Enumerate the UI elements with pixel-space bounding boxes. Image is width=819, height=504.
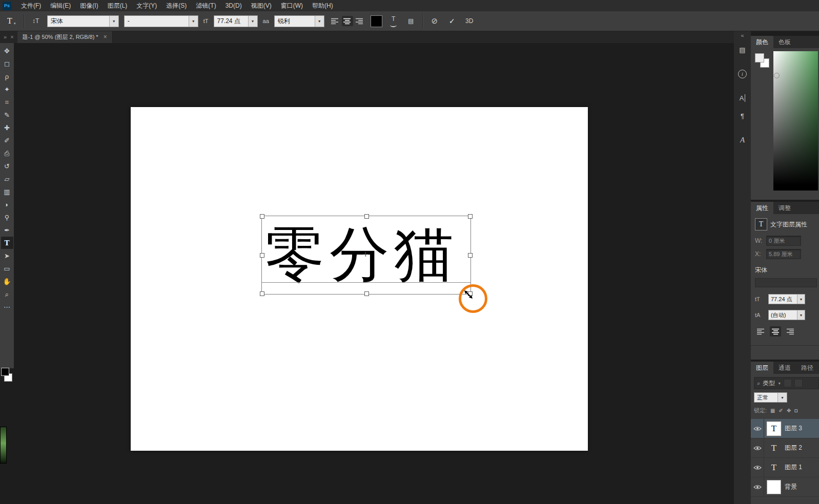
filter-button[interactable] bbox=[794, 379, 803, 387]
menu-filter[interactable]: 滤镜(T) bbox=[191, 0, 220, 11]
tool-pen[interactable]: ✒ bbox=[1, 224, 13, 236]
dropdown-arrow-icon[interactable]: ▼ bbox=[797, 310, 805, 320]
3d-button[interactable]: 3D bbox=[463, 14, 476, 28]
layer-thumbnail[interactable]: T bbox=[767, 461, 781, 474]
paragraph-panel-icon[interactable]: ¶ bbox=[736, 109, 749, 122]
leading-select[interactable]: (自动) ▼ bbox=[768, 310, 805, 320]
tool-type[interactable]: T bbox=[1, 237, 13, 249]
tool-quick-selection[interactable]: ✦ bbox=[1, 83, 13, 95]
transform-handle-top-right[interactable] bbox=[468, 214, 473, 219]
transform-handle-top-middle[interactable] bbox=[364, 214, 369, 219]
document-tab[interactable]: 题-1 @ 50% (图层 2, RGB/8) * × bbox=[17, 31, 113, 43]
expand-panels-icon[interactable]: « bbox=[741, 32, 744, 39]
tool-path-selection[interactable]: ➤ bbox=[1, 249, 13, 262]
tool-shape[interactable]: ▭ bbox=[1, 262, 13, 275]
lock-pixels-icon[interactable]: ✐ bbox=[779, 408, 783, 413]
tool-lasso[interactable]: ρ bbox=[1, 70, 13, 82]
font-style-field[interactable] bbox=[755, 278, 817, 287]
font-style-select[interactable]: - ▼ bbox=[124, 15, 198, 27]
tool-move[interactable]: ✥ bbox=[1, 45, 13, 57]
tab-layers[interactable]: 图层 bbox=[751, 362, 773, 374]
dropdown-arrow-icon[interactable]: ▼ bbox=[189, 16, 198, 27]
tab-paths[interactable]: 路径 bbox=[796, 362, 818, 374]
align-center-button[interactable] bbox=[770, 326, 781, 337]
transform-handle-bottom-left[interactable] bbox=[260, 291, 264, 296]
tab-properties[interactable]: 属性 bbox=[751, 202, 773, 214]
tool-dodge[interactable]: ⚲ bbox=[1, 211, 13, 223]
layer-thumbnail[interactable]: T bbox=[767, 442, 781, 455]
properties-font-size-select[interactable]: 77.24 点 ▼ bbox=[768, 294, 805, 304]
menu-image[interactable]: 图像(I) bbox=[75, 0, 103, 11]
toggle-panels-button[interactable]: ▤ bbox=[405, 14, 417, 28]
close-document-icon[interactable]: × bbox=[104, 33, 107, 40]
menu-select[interactable]: 选择(S) bbox=[161, 0, 191, 11]
layer-row[interactable]: T 图层 1 bbox=[751, 458, 819, 477]
character-panel-icon[interactable]: A bbox=[736, 91, 749, 104]
layer-row[interactable]: 背景 bbox=[751, 477, 819, 497]
lock-transparent-icon[interactable]: ▦ bbox=[770, 408, 775, 413]
commit-edits-button[interactable]: ✓ bbox=[446, 14, 458, 28]
transform-handle-middle-right[interactable] bbox=[468, 253, 473, 258]
warp-text-button[interactable]: T bbox=[387, 14, 400, 28]
dropdown-arrow-icon[interactable]: ▼ bbox=[777, 382, 781, 385]
tool-hand[interactable]: ✋ bbox=[1, 275, 13, 287]
canvas-text[interactable]: 零分猫 bbox=[265, 216, 459, 293]
color-picker-field[interactable] bbox=[773, 51, 818, 191]
menu-type[interactable]: 文字(Y) bbox=[132, 0, 161, 11]
tab-color[interactable]: 颜色 bbox=[751, 36, 773, 48]
foreground-background-colors[interactable] bbox=[1, 368, 13, 382]
tool-preset-picker[interactable]: T ▼ bbox=[5, 16, 18, 26]
tab-close-icon[interactable]: × bbox=[10, 34, 13, 40]
menu-layer[interactable]: 图层(L) bbox=[103, 0, 132, 11]
menu-view[interactable]: 视图(V) bbox=[247, 0, 276, 11]
layer-thumbnail[interactable]: T bbox=[767, 422, 781, 435]
font-size-select[interactable]: 77.24 点 ▼ bbox=[214, 15, 258, 27]
info-panel-icon[interactable]: i bbox=[736, 67, 749, 80]
menu-window[interactable]: 窗口(W) bbox=[276, 0, 308, 11]
visibility-toggle[interactable] bbox=[751, 419, 764, 438]
tab-swatches[interactable]: 色板 bbox=[773, 36, 796, 48]
tool-zoom[interactable]: ⌕ bbox=[1, 288, 13, 300]
tool-healing-brush[interactable]: ✚ bbox=[1, 121, 13, 134]
menu-edit[interactable]: 编辑(E) bbox=[46, 0, 75, 11]
dropdown-arrow-icon[interactable]: ▼ bbox=[109, 16, 118, 27]
blend-mode-select[interactable]: 正常 ▼ bbox=[754, 392, 787, 403]
foreground-color-swatch[interactable] bbox=[1, 368, 9, 376]
width-field[interactable]: 0 厘米 bbox=[766, 236, 801, 246]
tool-eraser[interactable]: ▱ bbox=[1, 173, 13, 185]
tab-adjustments[interactable]: 调整 bbox=[773, 202, 796, 214]
dropdown-arrow-icon[interactable]: ▼ bbox=[797, 295, 805, 304]
glyphs-panel-icon[interactable]: A bbox=[736, 133, 749, 146]
visibility-toggle[interactable] bbox=[751, 458, 764, 477]
layer-filter-row[interactable]: ⌕ 类型 ▼ bbox=[754, 377, 819, 389]
panel-color-swatches[interactable] bbox=[755, 53, 769, 68]
visibility-toggle[interactable] bbox=[751, 438, 764, 457]
layer-thumbnail[interactable] bbox=[767, 480, 781, 494]
align-right-button[interactable] bbox=[785, 326, 796, 337]
tool-crop[interactable]: ⌗ bbox=[1, 96, 13, 108]
cancel-edits-button[interactable]: ⊘ bbox=[428, 14, 441, 28]
font-family-select[interactable]: 宋体 ▼ bbox=[47, 15, 119, 27]
align-left-button[interactable] bbox=[755, 326, 766, 337]
anti-alias-select[interactable]: 锐利 ▼ bbox=[274, 15, 324, 27]
align-left-button[interactable] bbox=[330, 16, 341, 26]
align-right-button[interactable] bbox=[354, 16, 365, 26]
transform-handle-bottom-middle[interactable] bbox=[364, 291, 369, 296]
tool-eyedropper[interactable]: ✎ bbox=[1, 109, 13, 121]
tool-blur[interactable]: ◗ bbox=[1, 198, 13, 211]
menu-3d[interactable]: 3D(D) bbox=[221, 0, 247, 11]
tool-gradient[interactable]: ▥ bbox=[1, 185, 13, 198]
tab-overflow-icon[interactable]: » bbox=[4, 34, 7, 40]
x-position-field[interactable]: 5.89 厘米 bbox=[766, 249, 801, 259]
brushes-panel-icon[interactable]: ▤ bbox=[736, 43, 749, 56]
dropdown-arrow-icon[interactable]: ▼ bbox=[315, 16, 324, 27]
text-bounding-box[interactable]: 零分猫 ✛ bbox=[261, 216, 471, 295]
lock-all-icon[interactable]: ◘ bbox=[794, 408, 797, 413]
transform-handle-top-left[interactable] bbox=[260, 214, 264, 219]
dropdown-arrow-icon[interactable]: ▼ bbox=[248, 16, 257, 27]
filter-button[interactable] bbox=[784, 379, 792, 387]
menu-file[interactable]: 文件(F) bbox=[16, 0, 46, 11]
visibility-toggle[interactable] bbox=[751, 477, 764, 496]
text-orientation-button[interactable]: ↕T bbox=[30, 14, 42, 28]
tool-clone-stamp[interactable]: ⎙ bbox=[1, 147, 13, 159]
